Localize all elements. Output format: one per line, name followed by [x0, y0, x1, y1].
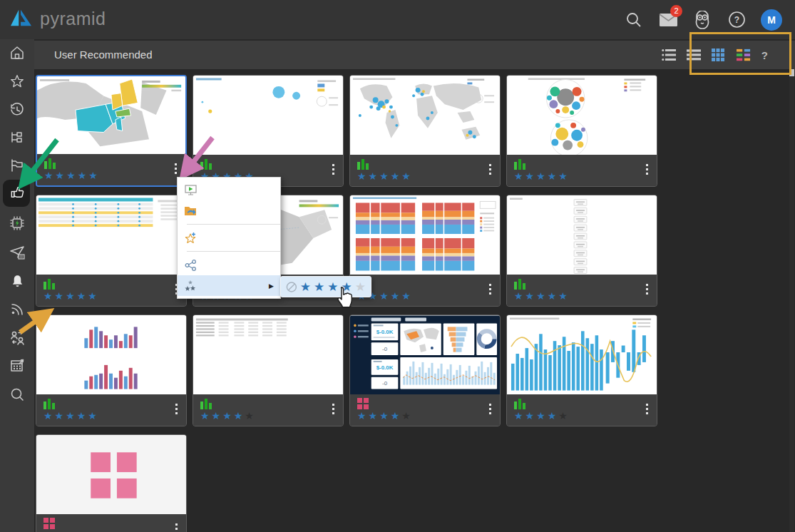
- rating-popup: ★★★★★: [280, 276, 371, 297]
- tile-acc-2[interactable]: ★★★★★: [506, 314, 657, 426]
- sidebar-item-search[interactable]: [0, 382, 34, 409]
- rating-star-3[interactable]: ★: [327, 280, 338, 295]
- tile-sales-performance[interactable]: $-0.0K -0 $-0.0K -0 ★★★★★: [349, 314, 501, 426]
- tile-thumbnail: [350, 76, 500, 156]
- chip-bolt-icon: [9, 215, 25, 234]
- tile-footer: ★★★★★: [193, 394, 343, 426]
- sidebar-item-chip-bolt[interactable]: [0, 211, 34, 238]
- mail-icon[interactable]: 2: [658, 10, 678, 30]
- rating-star-5[interactable]: ★: [355, 280, 366, 295]
- tile-more-menu-icon[interactable]: [646, 164, 648, 175]
- tile-more-menu-icon[interactable]: [332, 404, 334, 414]
- gallery-help-icon[interactable]: ?: [761, 49, 768, 61]
- home-icon: [9, 45, 25, 63]
- sidebar-item-org-tree[interactable]: [0, 126, 34, 153]
- tile-retail-sales[interactable]: [36, 434, 187, 532]
- svg-text:-0: -0: [382, 346, 388, 352]
- tile-more-menu-icon[interactable]: [646, 404, 648, 414]
- sidebar-item-signal[interactable]: [0, 297, 34, 324]
- tile-rating-stars[interactable]: ★★★★★: [514, 170, 651, 183]
- tile-thumbnail: $-0.0K -0 $-0.0K -0: [350, 315, 500, 396]
- tile-rating-stars[interactable]: ★★★★★: [357, 170, 494, 183]
- tile-states-qty[interactable]: ★★★★★: [36, 75, 187, 187]
- sidebar-item-paper-plane[interactable]: [0, 240, 34, 267]
- bell-icon: [10, 273, 25, 292]
- rating-star-4[interactable]: ★: [342, 280, 352, 295]
- menu-item-go-to-item-location[interactable]: [178, 200, 280, 221]
- tile-footer: ★★★★★: [37, 154, 185, 185]
- bar-chart-icon: [200, 158, 212, 170]
- sidebar-item-home[interactable]: [0, 41, 34, 68]
- submenu-arrow-icon: ▶: [269, 282, 274, 290]
- tile-more-menu-icon[interactable]: [175, 523, 178, 532]
- menu-item-rate-item[interactable]: ▶: [178, 275, 280, 296]
- tile-grid-kpi[interactable]: ★★★★★: [36, 195, 187, 307]
- help-icon[interactable]: ?: [727, 10, 747, 30]
- tile-rating-stars[interactable]: ★★★★★: [200, 410, 337, 422]
- tile-more-menu-icon[interactable]: [489, 284, 491, 295]
- sidebar-item-flag[interactable]: [0, 153, 34, 180]
- tile-more-menu-icon[interactable]: [646, 284, 648, 295]
- tile-outliers[interactable]: ★★★★★: [349, 75, 501, 187]
- folder-arrow-icon: [184, 205, 197, 216]
- org-tree-icon: [9, 130, 25, 148]
- tile-circle-packing[interactable]: ★★★★★: [506, 75, 657, 187]
- tile-marimekko[interactable]: ★★★★★: [349, 195, 501, 307]
- no-rating-icon[interactable]: [286, 281, 297, 293]
- tile-test3[interactable]: ★★★★★: [193, 314, 344, 426]
- menu-item-add-to-favorites[interactable]: [178, 227, 280, 248]
- pyramid-logo[interactable]: pyramid: [9, 8, 106, 29]
- left-sidebar: [0, 39, 34, 532]
- avatar[interactable]: M: [761, 9, 782, 31]
- tile-more-menu-icon[interactable]: [175, 163, 177, 174]
- bar-chart-icon: [514, 158, 526, 170]
- tile-rating-stars[interactable]: ★★★★★: [44, 170, 180, 182]
- tile-footer: [36, 514, 186, 532]
- sidebar-item-thumbs-up[interactable]: [0, 180, 34, 207]
- menu-item-share[interactable]: [178, 255, 280, 275]
- play-icon: [184, 185, 197, 195]
- tile-rating-stars[interactable]: ★★★★★: [514, 410, 651, 422]
- sidebar-item-people-swap[interactable]: [0, 325, 34, 352]
- rating-star-2[interactable]: ★: [314, 280, 324, 295]
- list-view-icon[interactable]: [662, 48, 676, 62]
- share-nodes-icon: [184, 260, 197, 271]
- tile-rating-stars[interactable]: ★★★★★: [43, 290, 180, 302]
- tile-more-menu-icon[interactable]: [175, 404, 178, 414]
- assistant-owl-icon[interactable]: [692, 10, 712, 30]
- bar-chart-icon: [357, 158, 369, 170]
- tile-thumbnail: [36, 435, 186, 516]
- tile-grid: ★★★★★ ★★★★★ ★★★★★: [36, 75, 657, 532]
- tile-more-menu-icon[interactable]: [489, 164, 491, 175]
- tile-sales-by-manufacturer-a[interactable]: ★★★★★: [36, 314, 187, 426]
- tile-state-qty[interactable]: ★★★★★: [506, 195, 657, 307]
- grid-view-icon[interactable]: [712, 48, 726, 62]
- tile-rating-stars[interactable]: ★★★★★: [43, 410, 180, 422]
- context-menu: ▶: [177, 177, 281, 299]
- tile-rating-stars[interactable]: ★★★★★: [357, 410, 494, 422]
- tile-footer: ★★★★★: [350, 155, 500, 186]
- tile-more-menu-icon[interactable]: [489, 404, 491, 414]
- tile-rating-stars[interactable]: ★★★★★: [357, 290, 494, 302]
- sidebar-item-bell[interactable]: [0, 269, 34, 296]
- detail-view-icon[interactable]: [687, 48, 701, 62]
- content-header: User Recommended ?: [34, 41, 795, 69]
- tile-rating-stars[interactable]: ★★★★★: [514, 290, 651, 302]
- tile-thumbnail: [507, 315, 657, 396]
- search-icon[interactable]: [624, 10, 644, 30]
- tile-thumbnail: [193, 315, 343, 396]
- tile-footer: ★★★★★: [350, 394, 500, 426]
- scrollbar[interactable]: [789, 41, 794, 532]
- tiles-view-icon[interactable]: [737, 48, 751, 62]
- bar-chart-icon: [514, 398, 526, 409]
- menu-item-view[interactable]: [178, 180, 280, 200]
- sidebar-item-calendar-edit[interactable]: [0, 354, 34, 381]
- stars-cluster-icon: [184, 280, 197, 292]
- sidebar-item-star[interactable]: [0, 69, 34, 96]
- tile-more-menu-icon[interactable]: [332, 164, 334, 175]
- rating-star-1[interactable]: ★: [300, 280, 311, 295]
- tile-age-childen-income[interactable]: ★★★★★: [193, 75, 344, 187]
- sidebar-item-history[interactable]: [0, 98, 34, 125]
- calendar-edit-icon: [9, 358, 25, 377]
- tile-thumbnail: [193, 76, 343, 156]
